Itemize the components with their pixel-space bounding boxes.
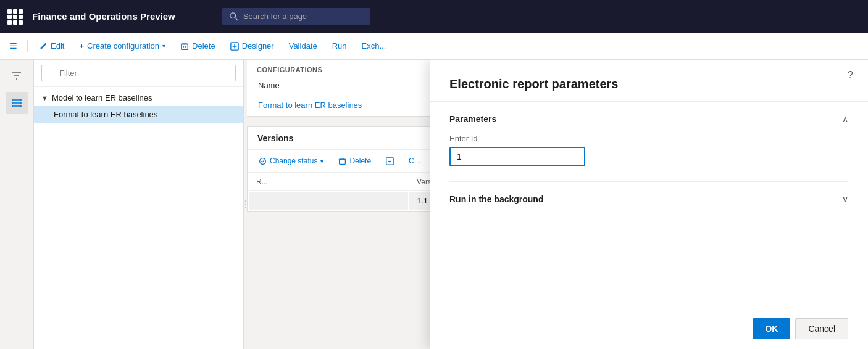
toolbar-separator-1	[27, 40, 28, 52]
versions-delete-button[interactable]: Delete	[332, 154, 377, 168]
background-section: Run in the background ∨	[449, 182, 848, 216]
nav-sidebar-icon[interactable]	[6, 92, 28, 114]
dialog-title: Electronic report parameters	[449, 77, 848, 91]
electronic-report-dialog: Electronic report parameters ? Parameter…	[430, 60, 868, 349]
svg-rect-5	[12, 102, 21, 104]
dialog-body: Parameters ∧ Enter Id Run in the backgro…	[430, 102, 868, 308]
app-grid-icon[interactable]	[7, 9, 22, 24]
tree-chevron-icon: ▼	[41, 94, 48, 102]
run-button[interactable]: Run	[326, 38, 353, 54]
cancel-button[interactable]: Cancel	[795, 318, 848, 339]
parameters-collapse-icon: ∧	[842, 114, 848, 124]
delete-icon	[180, 42, 189, 51]
version-cell-r	[249, 192, 408, 210]
dialog-header: Electronic report parameters	[430, 60, 868, 102]
enter-id-field: Enter Id	[449, 126, 848, 171]
designer-icon	[230, 42, 239, 51]
versions-extra-btn[interactable]	[380, 154, 400, 168]
parameters-section: Parameters ∧ Enter Id	[449, 102, 848, 182]
search-placeholder: Search for a page	[243, 12, 307, 21]
filter-sidebar-icon[interactable]	[6, 65, 28, 87]
parameters-section-title: Parameters	[449, 114, 496, 124]
exchange-button[interactable]: Exch...	[356, 38, 393, 54]
hamburger-icon: ☰	[10, 41, 17, 51]
enter-id-input[interactable]	[449, 147, 585, 166]
version-col-r: R...	[249, 174, 408, 191]
svg-point-0	[230, 12, 236, 18]
help-icon[interactable]: ?	[848, 70, 853, 81]
dialog-footer: OK Cancel	[430, 308, 868, 349]
svg-rect-2	[182, 44, 188, 49]
main-area: 🔍 ▼ Model to learn ER baselines Format t…	[0, 60, 868, 349]
svg-rect-8	[340, 159, 346, 164]
edit-icon	[39, 42, 48, 51]
versions-c-label: C...	[409, 157, 420, 165]
hamburger-button[interactable]: ☰	[5, 38, 22, 54]
delete-button[interactable]: Delete	[174, 38, 222, 54]
search-icon	[230, 12, 238, 21]
dropdown-chevron-icon: ▾	[162, 43, 165, 49]
create-configuration-button[interactable]: + Create configuration ▾	[73, 38, 172, 54]
background-section-header[interactable]: Run in the background ∨	[449, 192, 848, 207]
tree-item-child-label: Format to learn ER baselines	[54, 110, 157, 119]
background-section-title: Run in the background	[449, 194, 543, 204]
enter-id-label: Enter Id	[449, 134, 848, 143]
versions-delete-icon	[338, 157, 346, 165]
ok-button[interactable]: OK	[753, 318, 790, 339]
change-status-chevron: ▾	[320, 158, 323, 165]
left-sidebar	[0, 60, 34, 349]
change-status-button[interactable]: Change status ▾	[252, 154, 330, 168]
parameters-section-header[interactable]: Parameters ∧	[449, 112, 848, 126]
change-status-icon	[259, 157, 267, 165]
versions-extra-icon	[386, 157, 394, 165]
plus-icon: +	[79, 41, 84, 51]
filter-box: 🔍	[34, 60, 243, 87]
svg-line-1	[235, 17, 238, 20]
edit-button[interactable]: Edit	[33, 38, 70, 54]
app-title: Finance and Operations Preview	[32, 11, 175, 22]
validate-button[interactable]: Validate	[283, 38, 323, 54]
versions-c-btn[interactable]: C...	[403, 154, 427, 168]
tree-item-label: Model to learn ER baselines	[52, 93, 152, 102]
main-toolbar: ☰ Edit + Create configuration ▾ Delete D…	[0, 33, 868, 60]
tree-list: ▼ Model to learn ER baselines Format to …	[34, 87, 243, 349]
filter-input[interactable]	[41, 65, 236, 81]
left-panel: 🔍 ▼ Model to learn ER baselines Format t…	[34, 60, 244, 349]
designer-button[interactable]: Designer	[224, 38, 280, 54]
tree-item-model[interactable]: ▼ Model to learn ER baselines	[34, 89, 243, 106]
search-bar[interactable]: Search for a page	[222, 8, 370, 25]
background-expand-icon: ∨	[842, 194, 848, 204]
svg-rect-4	[12, 99, 21, 101]
svg-rect-6	[12, 105, 21, 107]
tree-item-format[interactable]: Format to learn ER baselines	[34, 106, 243, 123]
top-nav: Finance and Operations Preview Search fo…	[0, 0, 868, 33]
